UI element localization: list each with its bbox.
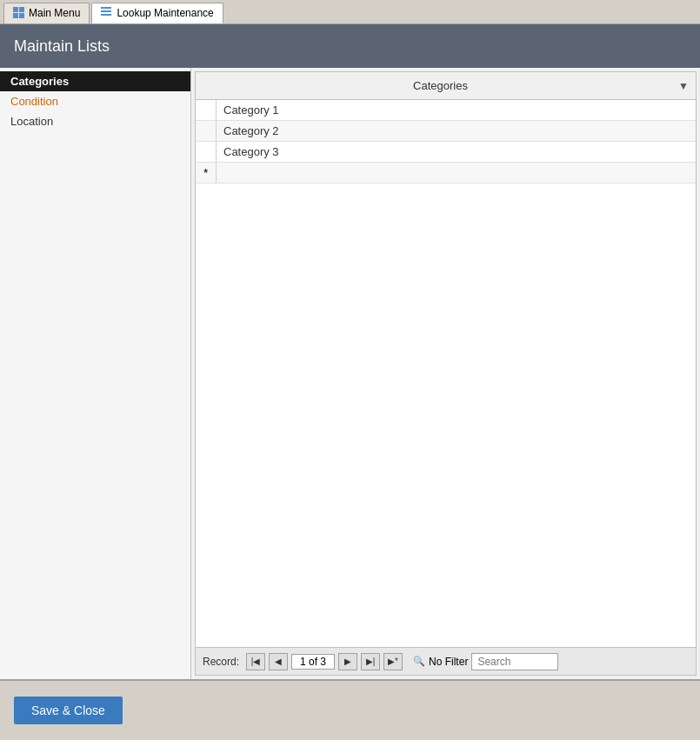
main-content: Categories Condition Location Categories… <box>0 68 700 679</box>
sidebar-item-condition[interactable]: Condition <box>0 91 190 111</box>
nav-first-button[interactable]: |◀ <box>246 653 265 670</box>
row-cell-1[interactable]: Category 1 <box>217 102 696 118</box>
nav-position: 1 of 3 <box>291 654 335 670</box>
data-panel: Categories ▼ Category 1 Category 2 Categ… <box>195 71 697 676</box>
new-row-indicator: * <box>196 163 217 183</box>
row-indicator-1 <box>196 100 217 120</box>
nav-next-button[interactable]: ▶ <box>338 653 357 670</box>
save-close-button[interactable]: Save & Close <box>14 697 123 724</box>
table-row[interactable]: Category 2 <box>196 121 696 142</box>
filter-area: 🔍 No Filter <box>413 656 468 668</box>
sidebar-list: Categories Condition Location <box>0 68 191 679</box>
tab-main-menu[interactable]: Main Menu <box>3 3 90 23</box>
row-indicator-2 <box>196 121 217 141</box>
nav-new-button[interactable]: ▶* <box>383 653 403 670</box>
grid-column-header: Categories <box>203 79 678 92</box>
nav-last-button[interactable]: ▶| <box>361 653 380 670</box>
tab-lookup-maintenance-label: Lookup Maintenance <box>117 7 213 19</box>
sidebar-item-categories[interactable]: Categories <box>0 71 190 91</box>
record-label: Record: <box>203 656 239 668</box>
filter-icon: 🔍 <box>413 656 425 667</box>
sort-arrow-icon[interactable]: ▼ <box>678 80 689 92</box>
tab-lookup-maintenance[interactable]: Lookup Maintenance <box>91 3 223 23</box>
search-input[interactable] <box>471 653 558 670</box>
filter-status: No Filter <box>429 656 468 668</box>
sidebar-item-location[interactable]: Location <box>0 111 190 131</box>
row-indicator-3 <box>196 142 217 162</box>
nav-prev-button[interactable]: ◀ <box>269 653 288 670</box>
grid-body: Category 1 Category 2 Category 3 * <box>196 100 696 647</box>
table-row[interactable]: Category 1 <box>196 100 696 121</box>
navigation-bar: Record: |◀ ◀ 1 of 3 ▶ ▶| ▶* 🔍 No Filter <box>196 647 696 675</box>
grid-header: Categories ▼ <box>196 72 696 100</box>
row-cell-2[interactable]: Category 2 <box>217 123 696 139</box>
tab-bar: Main Menu Lookup Maintenance <box>0 0 700 24</box>
new-row[interactable]: * <box>196 163 696 183</box>
page-title: Maintain Lists <box>14 37 110 56</box>
row-cell-3[interactable]: Category 3 <box>217 143 696 160</box>
list-icon <box>101 7 113 19</box>
app-header: Maintain Lists <box>0 24 700 68</box>
new-row-cell[interactable] <box>217 171 696 175</box>
table-row[interactable]: Category 3 <box>196 142 696 163</box>
bottom-bar: Save & Close <box>0 679 700 740</box>
tab-main-menu-label: Main Menu <box>29 7 80 19</box>
grid-icon <box>13 7 25 19</box>
